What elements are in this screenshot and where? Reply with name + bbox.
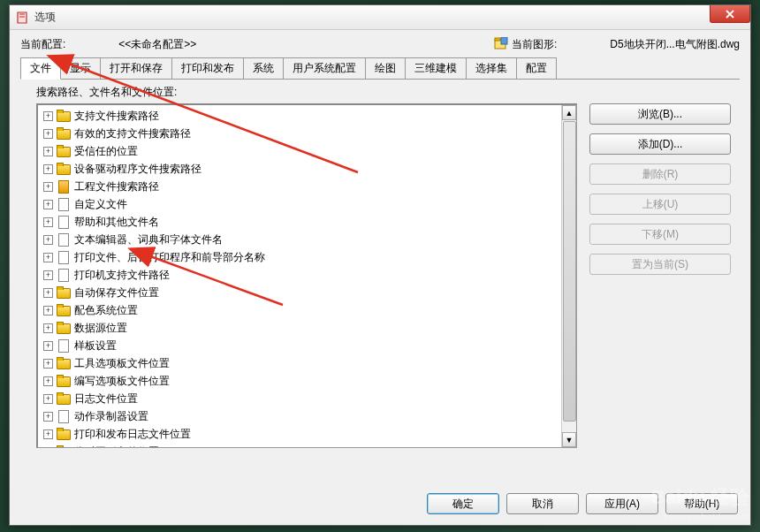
- tree-item[interactable]: +工程文件搜索路径: [38, 178, 576, 195]
- folder-icon: [57, 145, 71, 157]
- expand-icon[interactable]: +: [43, 429, 53, 439]
- tree-item[interactable]: +帮助和其他文件名: [38, 213, 576, 231]
- tree-item[interactable]: +工具选项板文件位置: [38, 354, 576, 372]
- tree-item[interactable]: +数据源位置: [38, 319, 576, 337]
- tree-item[interactable]: +有效的支持文件搜索路径: [38, 125, 576, 142]
- remove-button[interactable]: 删除(R): [589, 163, 731, 185]
- tab-8[interactable]: 选择集: [466, 57, 517, 79]
- tree-item[interactable]: +受信任的位置: [38, 142, 576, 160]
- tree-item[interactable]: +自动保存文件位置: [38, 284, 576, 301]
- current-drawing-value: D5地块开闭...电气附图.dwg: [610, 37, 740, 52]
- scroll-thumb[interactable]: [563, 121, 576, 422]
- tree-label: 工程文件搜索路径: [74, 179, 159, 194]
- folder-icon: [57, 375, 71, 387]
- close-button[interactable]: [710, 5, 750, 23]
- tab-3[interactable]: 打印和发布: [171, 57, 244, 79]
- tree-item[interactable]: +临时图形文件位置: [38, 443, 576, 448]
- tab-4[interactable]: 系统: [243, 57, 284, 79]
- expand-icon[interactable]: +: [43, 217, 53, 227]
- tree-item[interactable]: +打印文件、后台打印程序和前导部分名称: [38, 248, 576, 266]
- tree-label: 数据源位置: [74, 321, 127, 336]
- tree-label: 日志文件位置: [74, 391, 138, 407]
- expand-icon[interactable]: +: [43, 253, 53, 262]
- current-drawing-label: 当前图形:: [512, 37, 557, 52]
- expand-icon[interactable]: +: [43, 306, 53, 315]
- options-dialog: 选项 当前配置: <<未命名配置>> 当前图形: D5地块开闭...电气附图.d…: [9, 4, 751, 526]
- scroll-down-arrow[interactable]: ▼: [562, 432, 576, 447]
- expand-icon[interactable]: +: [43, 412, 53, 422]
- tree-label: 工具选项板文件位置: [74, 356, 170, 371]
- tab-1[interactable]: 显示: [60, 57, 101, 79]
- tree-label: 临时图形文件位置: [74, 445, 159, 449]
- folder-icon: [57, 392, 71, 405]
- tree-item[interactable]: +编写选项板文件位置: [38, 372, 576, 390]
- tab-2[interactable]: 打开和保存: [100, 57, 172, 79]
- ok-button[interactable]: 确定: [427, 493, 499, 514]
- file-icon: [57, 216, 71, 228]
- tree-item[interactable]: +样板设置: [38, 337, 576, 354]
- tree-label: 编写选项板文件位置: [74, 374, 170, 389]
- expand-icon[interactable]: +: [43, 129, 53, 139]
- tree-label: 文本编辑器、词典和字体文件名: [74, 232, 223, 247]
- tree-label: 打印机支持文件路径: [74, 268, 170, 283]
- scrollbar-vertical[interactable]: ▲ ▼: [561, 105, 576, 447]
- expand-icon[interactable]: +: [43, 447, 53, 449]
- tree-item[interactable]: +日志文件位置: [38, 390, 576, 407]
- apply-button[interactable]: 应用(A): [586, 493, 658, 514]
- expand-icon[interactable]: +: [43, 182, 53, 192]
- tree-view[interactable]: +支持文件搜索路径+有效的支持文件搜索路径+受信任的位置+设备驱动程序文件搜索路…: [36, 103, 577, 448]
- moveup-button[interactable]: 上移(U): [589, 194, 731, 215]
- tab-6[interactable]: 绘图: [365, 57, 406, 79]
- app-icon: [15, 11, 29, 25]
- browse-button[interactable]: 浏览(B)...: [589, 103, 731, 125]
- tree-label: 打印和发布日志文件位置: [74, 427, 191, 442]
- folder-icon: [57, 127, 71, 140]
- setcurrent-button[interactable]: 置为当前(S): [589, 254, 731, 275]
- tree-item[interactable]: +打印机支持文件路径: [38, 266, 576, 284]
- tab-5[interactable]: 用户系统配置: [283, 57, 366, 79]
- expand-icon[interactable]: +: [43, 270, 53, 280]
- movedown-button[interactable]: 下移(M): [589, 224, 731, 245]
- tree-label: 自动保存文件位置: [74, 285, 159, 300]
- tree-item[interactable]: +自定义文件: [38, 195, 576, 213]
- tree-item[interactable]: +动作录制器设置: [38, 407, 576, 425]
- tree-label: 受信任的位置: [74, 144, 138, 159]
- watermark: Baidu 经验 jingyan.baidu.com: [651, 484, 749, 521]
- tree-label: 动作录制器设置: [74, 409, 148, 424]
- tree-item[interactable]: +设备驱动程序文件搜索路径: [38, 160, 576, 178]
- expand-icon[interactable]: +: [43, 376, 53, 386]
- expand-icon[interactable]: +: [43, 323, 53, 333]
- current-config-value: <<未命名配置>>: [118, 37, 196, 52]
- titlebar: 选项: [10, 5, 750, 30]
- cancel-button[interactable]: 取消: [506, 493, 579, 514]
- tree-item[interactable]: +配色系统位置: [38, 301, 576, 319]
- expand-icon[interactable]: +: [43, 341, 53, 351]
- tree-label: 自定义文件: [74, 197, 127, 212]
- expand-icon[interactable]: +: [43, 111, 53, 121]
- tree-label: 有效的支持文件搜索路径: [74, 126, 191, 141]
- tree-label: 样板设置: [74, 338, 117, 353]
- tree-item[interactable]: +文本编辑器、词典和字体文件名: [38, 231, 576, 248]
- tab-7[interactable]: 三维建模: [405, 57, 467, 79]
- tree-label: 打印文件、后台打印程序和前导部分名称: [74, 250, 265, 265]
- watermark-url: jingyan.baidu.com: [651, 511, 749, 521]
- tree-label: 支持文件搜索路径: [74, 109, 159, 124]
- tabs: 文件显示打开和保存打印和发布系统用户系统配置绘图三维建模选择集配置: [20, 57, 740, 80]
- drawing-icon: [494, 37, 508, 52]
- tab-9[interactable]: 配置: [516, 57, 557, 79]
- folder-icon: [57, 428, 71, 440]
- tab-0[interactable]: 文件: [20, 57, 61, 80]
- expand-icon[interactable]: +: [43, 359, 53, 369]
- expand-icon[interactable]: +: [43, 200, 53, 209]
- expand-icon[interactable]: +: [43, 235, 53, 245]
- tree-item[interactable]: +打印和发布日志文件位置: [38, 425, 576, 443]
- file-icon: [57, 410, 71, 422]
- expand-icon[interactable]: +: [43, 394, 53, 404]
- scroll-up-arrow[interactable]: ▲: [562, 105, 576, 120]
- expand-icon[interactable]: +: [43, 147, 53, 156]
- expand-icon[interactable]: +: [43, 288, 53, 298]
- tree-item[interactable]: +支持文件搜索路径: [38, 107, 576, 125]
- add-button[interactable]: 添加(D)...: [589, 133, 731, 155]
- expand-icon[interactable]: +: [43, 164, 53, 174]
- folder-icon: [57, 163, 71, 175]
